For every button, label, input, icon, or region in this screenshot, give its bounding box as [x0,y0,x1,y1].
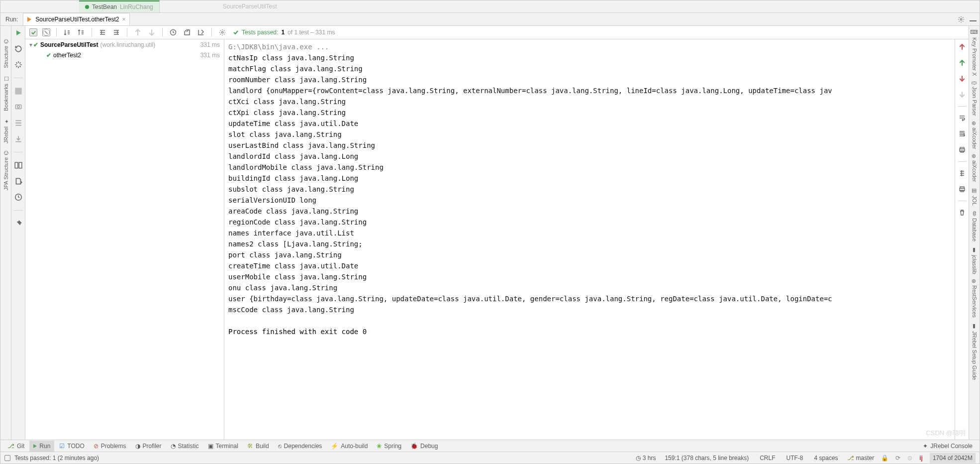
bottom-tab-debug[interactable]: 🐞Debug [406,441,442,452]
prev-button[interactable] [958,58,967,67]
status-time-tracking[interactable]: ◷ 3 hrs [636,455,656,462]
next-failed-button[interactable] [147,28,156,37]
collapse-all-button[interactable] [112,28,121,37]
sort-alpha-button[interactable] [63,28,72,37]
editor-tab-label: TestBean [92,3,117,10]
diff-button[interactable] [958,169,967,178]
test-tree-root[interactable]: ▾ ✔ SourceParseUtilTest (work.linruchang… [25,39,224,50]
status-eol[interactable]: CRLF [758,455,777,462]
bottom-tab-spring[interactable]: ❀Spring [373,441,405,452]
left-stripe-jpa[interactable]: JPA Structure ⌬ [2,150,9,190]
bottom-tab-profiler[interactable]: ◑Profiler [131,441,166,452]
left-stripe-jrebel[interactable]: JRebel ✦ [2,118,9,143]
console-toolbar [955,39,969,440]
right-stripe-keypromoter[interactable]: ⌨ Key Promoter X [971,29,978,76]
prev-failed-button[interactable] [133,28,142,37]
svg-rect-5 [19,162,22,168]
bottom-tab-problems[interactable]: ⊘Problems [90,441,130,452]
status-lock-icon[interactable]: 🔒 [881,455,888,462]
bottom-tab-terminal[interactable]: ▣Terminal [204,441,242,452]
bottom-tab-build[interactable]: 🛠Build [243,441,273,452]
editor-tab-label: SourceParseUtilTest [223,3,277,10]
sort-duration-button[interactable] [77,28,86,37]
print-button[interactable] [958,145,967,154]
hide-button[interactable] [970,17,977,21]
tests-summary: Tests passed: 1 of 1 test – 331 ms [233,29,335,36]
layout-button[interactable] [14,119,22,127]
status-indent[interactable]: 4 spaces [812,455,840,462]
run-configuration-tab[interactable]: SourceParseUtilTest.otherTest2 × [23,13,130,25]
bottom-tab-dependencies[interactable]: ⎋Dependencies [274,441,326,452]
left-stripe-bookmarks[interactable]: Bookmarks ☐ [2,75,9,111]
run-tab-title: SourceParseUtilTest.otherTest2 [35,16,119,23]
expand-all-button[interactable] [98,28,107,37]
import-tests-button[interactable] [183,28,192,37]
svg-point-0 [960,18,962,20]
rerun-button[interactable] [14,29,22,37]
bottom-tab-statistic[interactable]: ◔Statistic [167,441,203,452]
tests-passed-prefix: Tests passed: [242,29,278,36]
toggle-auto-button[interactable] [14,61,22,69]
bottom-tab-jrebel[interactable]: ✦JRebel Console [919,441,977,452]
right-stripe-jol[interactable]: ▤ JOL [971,187,978,206]
clear-button[interactable] [958,208,967,217]
editor-tab-sublabel: LinRuChang [120,3,153,10]
rerun-failed-button[interactable] [14,45,22,53]
right-stripe-database[interactable]: 🛢 Database [972,211,978,241]
next-button[interactable] [958,90,967,99]
gear-icon[interactable] [958,16,965,23]
status-ide-icon[interactable]: ij [919,455,923,462]
soft-wrap-button[interactable] [958,114,967,122]
next-error-button[interactable] [958,74,967,83]
check-icon: ✔ [33,41,38,48]
print2-button[interactable] [958,185,967,194]
right-stripe-aixcoder2[interactable]: ⊕ aiXcoder [971,154,978,182]
status-sync-icon[interactable]: ⟳ [895,455,900,462]
status-branch[interactable]: ⎇master [847,455,875,462]
close-tab-icon[interactable]: × [122,16,125,23]
check-icon: ✔ [46,52,51,59]
right-stripe-rest[interactable]: ⊕ RestServices [971,279,978,318]
scroll-end-button[interactable] [958,129,967,138]
import-button[interactable] [14,135,22,143]
left-stripe-structure[interactable]: Structure ⌬ [2,39,9,68]
test-history-button[interactable] [169,28,178,37]
bottom-tab-run[interactable]: Run [29,441,54,452]
status-project-icon[interactable] [4,455,10,461]
status-caret[interactable]: 159:1 (378 chars, 5 line breaks) [663,455,751,462]
bottom-tab-autobuild[interactable]: ⚡Auto-build [327,441,372,452]
export-button[interactable] [14,177,22,185]
history-side-button[interactable] [14,161,22,169]
editor-tab-testbean[interactable]: TestBean LinRuChang [79,0,160,12]
left-tool-stripe: Structure ⌬ Bookmarks ☐ JRebel ✦ JPA Str… [0,26,11,440]
right-stripe-aixcoder1[interactable]: ⊕ aiXcoder [971,121,978,149]
history-button[interactable] [14,193,22,201]
right-stripe-jrebel[interactable]: ▮ JRebel Setup Guide [971,323,978,380]
right-tool-stripe: ⌨ Key Promoter X {}Json Parser ⊕ aiXcode… [969,26,980,440]
show-passed-toggle[interactable] [29,28,37,36]
prev-error-button[interactable] [958,42,967,51]
bottom-tab-todo[interactable]: ☑TODO [55,441,88,452]
right-stripe-jclasslib[interactable]: ▮ jclasslib [971,246,978,274]
bottom-tool-bar: ⎇Git Run ☑TODO ⊘Problems ◑Profiler ◔Stat… [0,440,980,452]
caret-down-icon[interactable]: ▾ [28,41,33,48]
test-tree-item[interactable]: ✔ otherTest2 331 ms [25,50,224,60]
status-bar: Tests passed: 1 (2 minutes ago) ◷ 3 hrs … [0,452,980,464]
test-tree[interactable]: ▾ ✔ SourceParseUtilTest (work.linruchang… [25,39,224,440]
pin-button[interactable] [14,220,22,228]
editor-tab-sourceparse[interactable]: SourceParseUtilTest [217,0,283,12]
status-encoding[interactable]: UTF-8 [784,455,805,462]
test-settings-button[interactable] [218,28,227,37]
dump-threads-button[interactable] [14,103,22,111]
right-stripe-jsonparser[interactable]: {}Json Parser [972,81,978,116]
no-entry-icon [43,29,50,36]
status-alert-icon[interactable]: ⊝ [907,455,912,462]
bottom-tab-git[interactable]: ⎇Git [3,441,28,452]
test-duration: 331 ms [200,41,220,48]
stop-button[interactable] [14,87,22,95]
show-ignored-toggle[interactable] [42,28,50,36]
console-output[interactable]: G:\JDK8\bin\java.exe ... ctNasIp class j… [224,39,955,440]
status-memory[interactable]: 1704 of 2042M [930,453,976,463]
test-toolbar: Tests passed: 1 of 1 test – 331 ms [25,26,969,39]
export-tests-button[interactable] [196,28,205,37]
